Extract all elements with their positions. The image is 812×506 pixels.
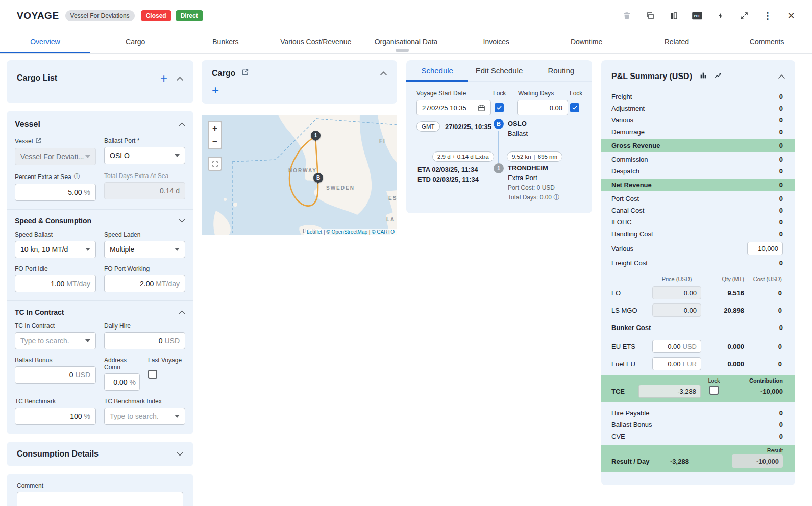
osm-link[interactable]: © OpenStreetMap — [326, 229, 367, 235]
tce-lock-checkbox[interactable] — [709, 386, 719, 395]
tab-various-cost-revenue[interactable]: Various Cost/Revenue — [270, 32, 361, 53]
daily-hire-input[interactable]: 0 USD — [104, 332, 185, 349]
fo-price-input[interactable]: 0.00 — [652, 286, 701, 299]
consumption-details-card: Consumption Details — [7, 442, 193, 466]
hire-payable-label: Hire Payable — [611, 409, 779, 417]
comment-textarea[interactable] — [17, 492, 183, 506]
ballast-port-select[interactable]: OSLO — [104, 147, 185, 164]
address-comn-label: Address Comn — [104, 357, 140, 371]
panel-drag-handle[interactable] — [396, 49, 409, 52]
voyage-map[interactable]: NORWAY SWEDEN FI ES LA DEN 1 B + − Leafl… — [202, 115, 397, 235]
pdf-export-icon[interactable]: PDF — [692, 10, 703, 21]
waiting-days-input[interactable]: 0.00 — [517, 100, 568, 115]
timeline-connector — [498, 131, 499, 163]
fuel-eu-price-input[interactable]: 0.00EUR — [652, 357, 701, 370]
open-vessel-icon[interactable] — [35, 137, 42, 145]
expand-icon[interactable] — [739, 10, 750, 21]
compare-icon[interactable] — [668, 10, 679, 21]
map-label-la: LA — [386, 217, 395, 222]
collapse-consumption-icon[interactable] — [177, 452, 183, 456]
total-days-extra-input: 0.14 d — [104, 182, 185, 199]
collapse-tc-icon[interactable] — [179, 310, 185, 314]
calendar-icon[interactable] — [478, 104, 485, 112]
tab-related[interactable]: Related — [631, 32, 722, 53]
info-icon[interactable]: ⓘ — [74, 172, 80, 181]
open-cargo-icon[interactable] — [241, 68, 249, 78]
result-block: Result Result / Day -3,288 -10,000 — [601, 445, 795, 472]
copy-icon[interactable] — [645, 10, 656, 21]
leaflet-link[interactable]: Leaflet — [307, 229, 322, 235]
collapse-cargo-list-icon[interactable] — [177, 77, 183, 81]
tce-input[interactable]: -3,288 — [638, 385, 701, 398]
speed-laden-select[interactable]: Multiple — [104, 241, 185, 258]
address-comn-input[interactable]: 0.00 % — [104, 373, 140, 391]
contribution-label: Contribution — [727, 377, 783, 384]
tc-benchmark-input[interactable]: 100 % — [15, 408, 96, 425]
ballast-bonus-label: Ballast Bonus — [15, 357, 52, 364]
waiting-days-label: Waiting Days — [518, 90, 554, 97]
contribution-value: -10,000 — [727, 388, 783, 395]
ballast-bonus-input[interactable]: 0 USD — [15, 366, 96, 384]
tab-downtime[interactable]: Downtime — [542, 32, 632, 53]
collapse-speed-icon[interactable] — [179, 219, 185, 223]
fo-port-working-input[interactable]: 2.00 MT/day — [104, 275, 185, 292]
tab-comments[interactable]: Comments — [722, 32, 812, 53]
carto-link[interactable]: © CARTO — [372, 229, 395, 235]
tab-cargo[interactable]: Cargo — [90, 32, 181, 53]
zoom-in-button[interactable]: + — [209, 122, 221, 135]
ballast-bonus-row-value: 0 — [779, 421, 783, 428]
lsmgo-qty: 20.898 — [701, 307, 744, 314]
etd-value: ETD 02/03/25, 11:34 — [417, 175, 479, 183]
hire-payable-value: 0 — [779, 409, 783, 417]
map-label-fi: FI — [379, 138, 386, 144]
vessel-select[interactable]: Vessel For Deviati... — [15, 148, 96, 165]
pnl-row-label: ILOHC — [611, 218, 779, 226]
more-menu-icon[interactable]: ⋮ — [762, 10, 773, 21]
close-icon[interactable]: ✕ — [785, 10, 797, 21]
tab-edit-schedule[interactable]: Edit Schedule — [468, 60, 530, 82]
waiting-days-lock-checkbox[interactable] — [570, 103, 579, 112]
voyage-start-date-input[interactable]: 27/02/25 10:35 — [416, 100, 491, 115]
tc-benchmark-index-select[interactable]: Type to search. — [104, 408, 185, 425]
lsmgo-price-input[interactable]: 0.00 — [652, 303, 701, 317]
pnl-row-label: Port Cost — [611, 195, 779, 203]
tab-invoices[interactable]: Invoices — [451, 32, 542, 53]
vessel-badge: Vessel For Deviations — [65, 10, 135, 21]
page-title: VOYAGE — [17, 10, 59, 21]
zoom-out-button[interactable]: − — [209, 135, 221, 148]
info-icon[interactable]: ⓘ — [553, 194, 559, 201]
fuel-eu-label: Fuel EU — [611, 360, 652, 368]
tab-bunkers[interactable]: Bunkers — [181, 32, 271, 53]
speed-ballast-select[interactable]: 10 kn, 10 MT/d — [15, 241, 96, 258]
tc-contract-select[interactable]: Type to search. — [15, 332, 96, 349]
pnl-title: P&L Summary (USD) — [611, 72, 692, 81]
map-fullscreen-button[interactable] — [208, 157, 222, 171]
collapse-vessel-icon[interactable] — [179, 122, 185, 127]
tab-overview[interactable]: Overview — [0, 32, 90, 53]
collapse-cargo-icon[interactable] — [380, 71, 387, 75]
tab-routing[interactable]: Routing — [530, 60, 592, 82]
fo-port-idle-label: FO Port Idle — [15, 265, 48, 272]
tab-schedule[interactable]: Schedule — [406, 60, 468, 82]
fo-port-idle-input[interactable]: 1.00 MT/day — [15, 275, 96, 292]
bunker-price-header: Price (USD) — [652, 276, 701, 282]
start-datetime: 27/02/25, 10:35 — [445, 123, 491, 131]
add-cargo-item-button[interactable]: + — [212, 83, 219, 97]
eu-ets-price-input[interactable]: 0.00USD — [652, 340, 701, 353]
voyage-start-lock-checkbox[interactable] — [495, 103, 504, 112]
trend-chart-icon[interactable] — [713, 71, 723, 82]
pnl-summary-card: P&L Summary (USD) Freight0 Adjustment0 V… — [601, 60, 795, 485]
consumption-details-title: Consumption Details — [17, 449, 99, 459]
pnl-net-revenue-value: 0 — [779, 181, 783, 189]
collapse-pnl-icon[interactable] — [778, 74, 785, 79]
chevron-down-icon — [85, 248, 90, 251]
bar-chart-icon[interactable] — [699, 71, 707, 82]
actions-bolt-icon[interactable] — [715, 10, 726, 21]
percent-extra-input[interactable]: 5.00 % — [15, 184, 96, 201]
pnl-various-input[interactable]: 10,000 — [747, 242, 783, 255]
delete-icon[interactable] — [621, 10, 632, 21]
pnl-row-label: Despatch — [611, 167, 779, 175]
add-cargo-button[interactable]: + — [160, 73, 167, 84]
last-voyage-checkbox[interactable] — [148, 370, 157, 379]
daily-hire-label: Daily Hire — [104, 322, 131, 330]
